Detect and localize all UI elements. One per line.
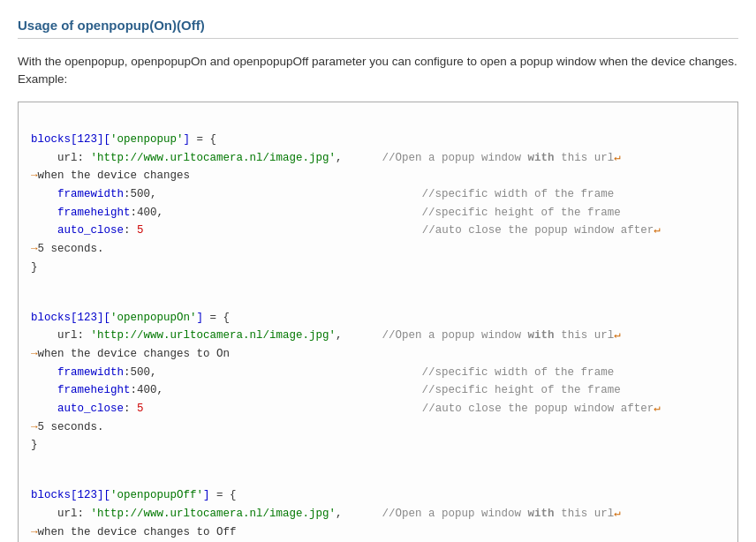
- url-value-1: 'http://www.urltocamera.nl/image.jpg': [91, 152, 336, 164]
- block3-key: blocks[123]['openpopupOff']: [31, 489, 210, 501]
- url-value-2: 'http://www.urltocamera.nl/image.jpg': [91, 329, 336, 342]
- code-container: blocks[123]['openpopup'] = { url: 'http:…: [18, 102, 738, 543]
- comment-open-1: //Open a popup window with this url: [382, 152, 615, 164]
- code-section-3: blocks[123]['openpopupOff'] = { url: 'ht…: [31, 486, 725, 542]
- page-title: Usage of openpopup(On)(Off): [18, 18, 738, 39]
- description: With the openpopup, openpopupOn and open…: [18, 53, 738, 89]
- code-section-2: blocks[123]['openpopupOn'] = { url: 'htt…: [31, 309, 725, 455]
- code-section-1: blocks[123]['openpopup'] = { url: 'http:…: [31, 131, 725, 276]
- url-value-3: 'http://www.urltocamera.nl/image.jpg': [91, 508, 336, 520]
- block2-key: blocks[123]['openpopupOn']: [31, 312, 203, 324]
- block1-key: blocks[123]['openpopup']: [31, 133, 190, 146]
